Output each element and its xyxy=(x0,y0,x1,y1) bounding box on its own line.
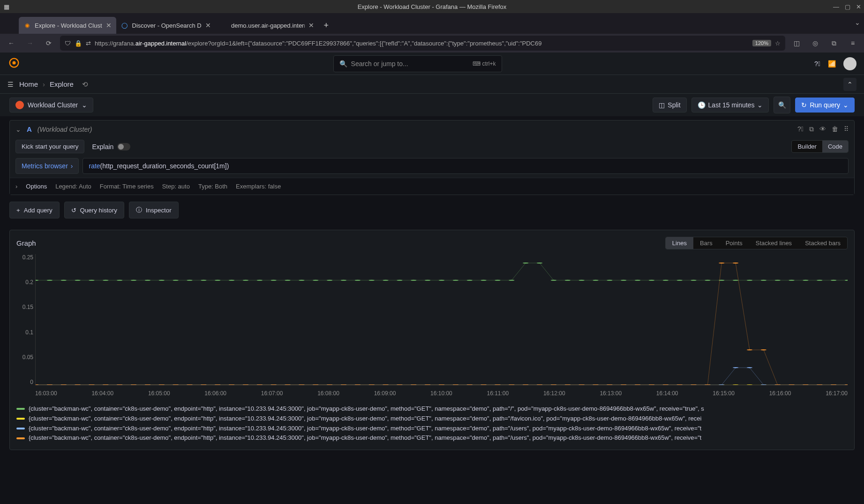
menu-icon[interactable]: ≡ xyxy=(845,36,860,51)
collapse-toggle-icon[interactable]: ⌄ xyxy=(15,126,21,133)
browser-tab-grafana[interactable]: ◉ Explore - Workload Clust ✕ xyxy=(19,17,116,34)
legend-item[interactable]: {cluster="backman-wc", container="ck8s-u… xyxy=(16,404,848,414)
legend-text: {cluster="backman-wc", container="ck8s-u… xyxy=(29,414,701,424)
graph-panel: Graph LinesBarsPointsStacked linesStacke… xyxy=(9,230,855,450)
eye-icon[interactable]: 👁 xyxy=(819,125,826,133)
datasource-picker[interactable]: Workload Cluster ⌄ xyxy=(9,98,93,113)
extensions-icon[interactable]: ⧉ xyxy=(826,36,841,51)
svg-point-9 xyxy=(131,280,136,281)
trash-icon[interactable]: 🗑 xyxy=(832,125,838,133)
rss-icon[interactable]: 📶 xyxy=(828,60,836,68)
promql-editor[interactable]: rate(http_request_duration_seconds_count… xyxy=(83,158,849,174)
tab-list-dropdown-icon[interactable]: ⌄ xyxy=(855,19,860,26)
tab-close-icon[interactable]: ✕ xyxy=(106,22,112,29)
zoom-badge[interactable]: 120% xyxy=(752,40,771,46)
legend-swatch xyxy=(16,408,25,410)
svg-point-182 xyxy=(75,384,81,385)
viz-option-stacked-lines[interactable]: Stacked lines xyxy=(749,237,798,249)
tab-close-icon[interactable]: ✕ xyxy=(308,22,314,29)
svg-point-235 xyxy=(817,384,822,385)
close-icon[interactable]: ✕ xyxy=(856,3,861,10)
svg-point-213 xyxy=(509,384,514,385)
svg-point-231 xyxy=(761,349,766,350)
query-options-row[interactable]: › Options Legend: Auto Format: Time seri… xyxy=(10,178,854,195)
add-query-button[interactable]: + Add query xyxy=(9,202,60,218)
drag-handle-icon[interactable]: ⠿ xyxy=(844,125,849,133)
svg-point-226 xyxy=(691,384,696,385)
split-button[interactable]: ◫ Split xyxy=(653,98,686,113)
viz-option-stacked-bars[interactable]: Stacked bars xyxy=(798,237,847,249)
query-history-button[interactable]: ↺ Query history xyxy=(64,202,124,218)
legend-item[interactable]: {cluster="backman-wc", container="ck8s-u… xyxy=(16,414,848,424)
metrics-browser-button[interactable]: Metrics browser › xyxy=(15,158,79,174)
chevron-down-icon: ⌄ xyxy=(757,101,763,109)
svg-point-202 xyxy=(355,384,361,385)
svg-point-12 xyxy=(173,280,179,281)
lock-icon[interactable]: 🔒 xyxy=(75,40,82,47)
account-icon[interactable]: ◎ xyxy=(808,36,823,51)
pocket-icon[interactable]: ◫ xyxy=(789,36,804,51)
tab-close-icon[interactable]: ✕ xyxy=(205,22,211,29)
builder-option[interactable]: Builder xyxy=(792,141,822,152)
chevron-down-icon: ⌄ xyxy=(843,101,849,109)
legend-item[interactable]: {cluster="backman-wc", container="ck8s-u… xyxy=(16,424,848,434)
viz-option-points[interactable]: Points xyxy=(719,237,749,249)
explain-toggle[interactable] xyxy=(117,143,130,150)
svg-point-8 xyxy=(117,280,122,281)
forward-button[interactable]: → xyxy=(23,36,38,51)
chart-legend: {cluster="backman-wc", container="ck8s-u… xyxy=(16,404,848,443)
generic-favicon-icon xyxy=(220,22,227,29)
keyboard-icon: ⌨ xyxy=(473,60,481,67)
expand-options-icon[interactable]: › xyxy=(15,183,17,190)
chart-plot-area[interactable]: 0.250.20.150.10.050 16:03:0016:04:0016:0… xyxy=(35,254,848,395)
kick-start-button[interactable]: Kick start your query xyxy=(15,140,84,153)
reload-button[interactable]: ⟳ xyxy=(41,36,56,51)
code-option[interactable]: Code xyxy=(822,141,848,152)
svg-point-13 xyxy=(187,280,192,281)
minimize-icon[interactable]: — xyxy=(833,3,839,10)
zoom-out-button[interactable]: 🔍 xyxy=(774,97,790,113)
svg-point-44 xyxy=(621,280,626,281)
browser-tab-opensearch[interactable]: ◯ Discover - OpenSearch D ✕ xyxy=(116,17,216,34)
window-title: Explore - Workload Cluster - Grafana — M… xyxy=(358,3,507,10)
permissions-icon[interactable]: ⇄ xyxy=(86,40,91,47)
viz-option-lines[interactable]: Lines xyxy=(666,237,693,249)
svg-point-203 xyxy=(369,384,375,385)
svg-point-198 xyxy=(299,384,304,385)
maximize-icon[interactable]: ▢ xyxy=(845,3,850,10)
collapse-up-icon[interactable]: ⌃ xyxy=(843,78,856,91)
copy-icon[interactable]: ⧉ xyxy=(809,125,814,133)
search-icon: 🔍 xyxy=(339,60,347,68)
svg-point-112 xyxy=(747,384,752,385)
address-bar[interactable]: 🛡 🔒 ⇄ https://grafana.air-gapped.interna… xyxy=(60,36,785,51)
shield-icon[interactable]: 🛡 xyxy=(65,40,71,47)
breadcrumb-home[interactable]: Home xyxy=(19,80,38,88)
run-query-button[interactable]: ↻ Run query ⌄ xyxy=(795,98,855,113)
breadcrumb-explore[interactable]: Explore xyxy=(50,80,74,88)
avatar[interactable] xyxy=(843,57,856,70)
svg-point-215 xyxy=(537,384,542,385)
hamburger-icon[interactable]: ☰ xyxy=(8,81,14,88)
share-icon[interactable]: ⟲ xyxy=(82,80,88,89)
svg-point-197 xyxy=(285,384,290,385)
help-icon[interactable]: ?⃝ xyxy=(814,60,820,68)
svg-point-60 xyxy=(845,280,848,281)
svg-point-5 xyxy=(75,280,81,281)

inspector-button[interactable]: ⓘ Inspector xyxy=(129,202,179,218)
svg-point-36 xyxy=(509,280,514,281)
grafana-logo-icon[interactable] xyxy=(8,56,21,71)
svg-point-201 xyxy=(341,384,346,385)
split-icon: ◫ xyxy=(659,101,665,109)
help-icon[interactable]: ?⃝ xyxy=(797,125,804,133)
legend-item[interactable]: {cluster="backman-wc", container="ck8s-u… xyxy=(16,433,848,443)
viz-option-bars[interactable]: Bars xyxy=(693,237,719,249)
search-input[interactable]: 🔍 Search or jump to... ⌨ ctrl+k xyxy=(333,55,502,72)
new-tab-button[interactable]: + xyxy=(319,17,334,34)
search-placeholder: Search or jump to... xyxy=(351,60,408,68)
svg-point-217 xyxy=(565,384,571,385)
back-button[interactable]: ← xyxy=(4,36,19,51)
bookmark-star-icon[interactable]: ☆ xyxy=(775,40,781,47)
timerange-picker[interactable]: 🕒 Last 15 minutes ⌄ xyxy=(691,98,769,113)
browser-tab-demo[interactable]: demo.user.air-gapped.intern ✕ xyxy=(216,17,319,34)
svg-point-41 xyxy=(579,280,585,281)
